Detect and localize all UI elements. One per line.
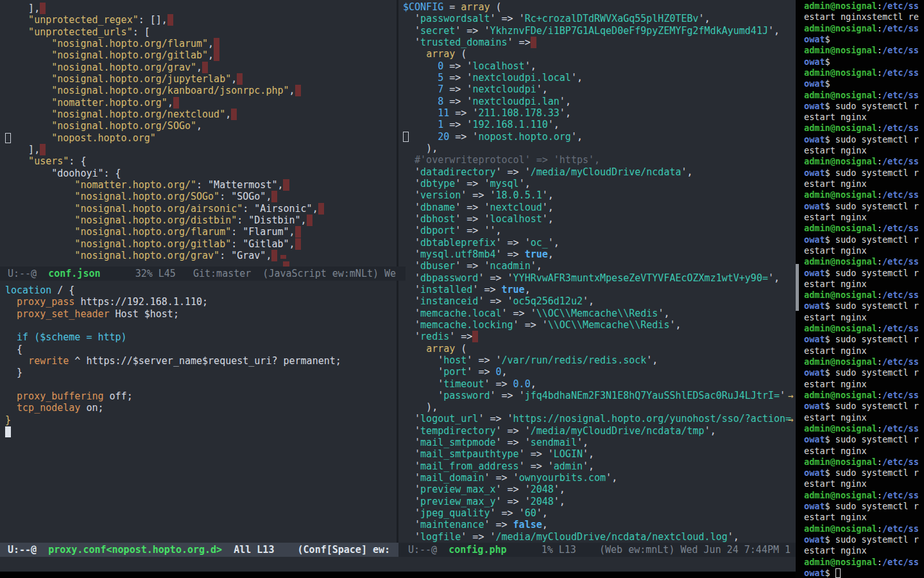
code-line: $CONFIG = array (: [403, 1, 800, 13]
code-line: owat$ sudo systemctl r: [804, 234, 924, 245]
code-line: "nosignal.hopto.org/grav",: [5, 62, 402, 73]
code-line: 'tempdirectory' => '/media/myCloudDrive/…: [403, 425, 800, 437]
code-line: estart nginx: [804, 212, 924, 223]
code-line: admin@nosignal:/etc/ss: [804, 67, 924, 78]
code-line: 'logfile' => '/media/myCloudDrive/ncdata…: [403, 531, 800, 543]
code-line: admin@nosignal:/etc/ss: [804, 423, 924, 434]
modeline-conf-json[interactable]: U:--@ conf.json 32% L45 Git:master (Java…: [0, 267, 406, 281]
code-line: [5, 320, 402, 331]
code-line: owat$ sudo systemctl r: [804, 101, 924, 112]
code-line: 'mysql.utf8mb4' => true,: [403, 249, 800, 260]
editor-pane-conf-json[interactable]: ], "unprotected_regex": [], "unprotected…: [0, 0, 402, 269]
code-line: owat$ sudo systemctl r: [804, 434, 924, 445]
code-line: "nosignal.hopto.org/nextcloud",: [5, 109, 402, 120]
code-line: owat$ sudo systemctl r: [804, 301, 924, 311]
code-line: 'dbuser' => 'ncadmin',: [403, 260, 800, 272]
line-truncation-arrow-icon: →: [788, 390, 796, 401]
code-line: "nomatter.hopto.org",: [5, 97, 402, 109]
code-line: owat$: [804, 568, 924, 578]
code-line: 'dbport' => '',: [403, 225, 800, 236]
code-line: 'instanceid' => 'oc5q256d12u2',: [403, 295, 800, 307]
code-line: "nosignal.hopto.org/gitlab": "Gitlab",: [5, 238, 402, 250]
code-line: "users": {: [5, 155, 402, 167]
trailing-whitespace-marker: [167, 14, 173, 26]
code-line: estart nginx: [804, 245, 924, 256]
code-line: "nosignal.hopto.org/gitlab",: [5, 49, 402, 61]
editor-pane-config-php[interactable]: $CONFIG = array ( 'passwordsalt' => 'Rc+…: [398, 0, 800, 543]
code-line: 'dbpassword' => 'YYHRvwAFR3muntxMpeseZeV…: [403, 272, 800, 284]
modeline-proxy-conf-active[interactable]: U:--@ proxy.conf<nopost.hopto.org.d> All…: [0, 543, 406, 557]
code-line: estart nginx: [804, 312, 924, 323]
code-line: owat$ sudo systemctl r: [804, 334, 924, 345]
code-line: 'password' => 'jfq4bdhaNEm2F3N1E8hQ7YauS…: [403, 390, 800, 401]
code-line: ),: [403, 401, 800, 413]
code-line: owat$: [804, 57, 924, 67]
code-line: admin@nosignal:/etc/ss: [804, 1, 924, 12]
code-line: 'memcache.local' => '\\OC\\Memcache\\Red…: [403, 308, 800, 319]
code-line: 'mail_smtpmode' => 'sendmail',: [403, 437, 800, 448]
code-line: 'maintenance' => false,: [403, 519, 800, 530]
code-line: owat$ sudo systemctl r: [804, 168, 924, 179]
modeline-config-php[interactable]: U:--@ config.php 1% L13 (Web ew:mnLt) We…: [398, 543, 805, 557]
trailing-whitespace-marker: [283, 179, 289, 191]
trailing-whitespace-marker: [318, 203, 324, 215]
code-line: owat$ sudo systemctl r: [804, 367, 924, 378]
trailing-whitespace-marker: [214, 38, 219, 49]
code-line: owat$: [804, 78, 924, 89]
code-line: 'dbtype' => 'mysql',: [403, 178, 800, 189]
terminal-scrollbar[interactable]: [796, 264, 799, 311]
code-line: admin@nosignal:/etc/ss: [804, 90, 924, 101]
code-line: estart nginxstemctl re: [804, 12, 924, 22]
trailing-whitespace-marker: [40, 144, 46, 155]
trailing-whitespace-marker: [472, 331, 478, 342]
code-line: #'overwriteprotocol' => 'https',: [403, 154, 800, 166]
code-line: proxy_buffering off;: [5, 390, 402, 402]
code-line: estart nginx: [804, 379, 924, 390]
code-line: 'version' => '18.0.5.1',: [403, 189, 800, 201]
screen: ], "unprotected_regex": [], "unprotected…: [0, 0, 924, 578]
trailing-whitespace-marker: [202, 62, 208, 73]
trailing-whitespace-marker: [295, 238, 301, 250]
code-line: 'logout_url' => 'https://nosignal.hopto.…: [403, 413, 800, 425]
code-line: }: [5, 367, 402, 378]
code-line: 1 => '192.168.1.110',: [403, 119, 800, 130]
code-line: "nosignal.hopto.org/SOGo": "SOGo",: [5, 191, 402, 202]
code-line: estart nginx: [804, 446, 924, 457]
trailing-whitespace-marker: [237, 73, 243, 85]
code-line: "nosignal.hopto.org/airsonic": "Airsonic…: [5, 203, 402, 215]
code-line: }: [5, 414, 402, 426]
code-line: 5 => 'nextcloudpi.local',: [403, 72, 800, 83]
code-line: admin@nosignal:/etc/ss: [804, 457, 924, 468]
code-line: proxy_set_header Host $host;: [5, 308, 402, 320]
trailing-whitespace-marker: [214, 49, 219, 61]
trailing-whitespace-marker: [271, 191, 277, 202]
code-line: [5, 426, 402, 437]
code-line: owat$ sudo systemctl r: [804, 501, 924, 512]
code-line: admin@nosignal:/etc/ss: [804, 356, 924, 367]
code-line: 'timeout' => 0.0,: [403, 378, 800, 390]
code-line: admin@nosignal:/etc/ss: [804, 290, 924, 301]
code-line: 0 => 'localhost',: [403, 60, 800, 72]
code-line: 'preview_max_x' => '2048',: [403, 484, 800, 495]
code-line: array (: [403, 48, 800, 60]
code-line: 'redis' =>: [403, 331, 800, 342]
code-line: "doohoyi": {: [5, 168, 402, 179]
code-line: estart nginx: [804, 179, 924, 189]
code-line: owat$ sudo systemctl r: [804, 534, 924, 545]
code-line: ],: [5, 3, 402, 14]
editor-pane-proxy-conf[interactable]: location / { proxy_pass https://192.168.…: [0, 281, 402, 547]
code-line: 'dbname' => 'nextcloud',: [403, 202, 800, 213]
code-line: 11 => '211.108.178.33',: [403, 107, 800, 119]
terminal-pane[interactable]: admin@nosignal:/etc/ssestart nginxstemct…: [796, 0, 924, 578]
cursor: [403, 132, 409, 142]
code-line: 'preview_max_y' => '2048',: [403, 496, 800, 507]
trailing-whitespace-marker: [173, 97, 179, 109]
code-line: owat$ sudo systemctl r: [804, 468, 924, 478]
trailing-whitespace-marker: [271, 250, 277, 261]
code-line: "nosignal.hopto.org/SOGo",: [5, 120, 402, 132]
code-line: "nomatter.hopto.org/": "Mattermost",: [5, 179, 402, 191]
code-line: admin@nosignal:/etc/ss: [804, 189, 924, 200]
code-line: admin@nosignal:/etc/ss: [804, 223, 924, 234]
code-line: 'memcache.locking' => '\\OC\\Memcache\\R…: [403, 319, 800, 331]
code-line: proxy_pass https://192.168.1.110;: [5, 296, 402, 308]
